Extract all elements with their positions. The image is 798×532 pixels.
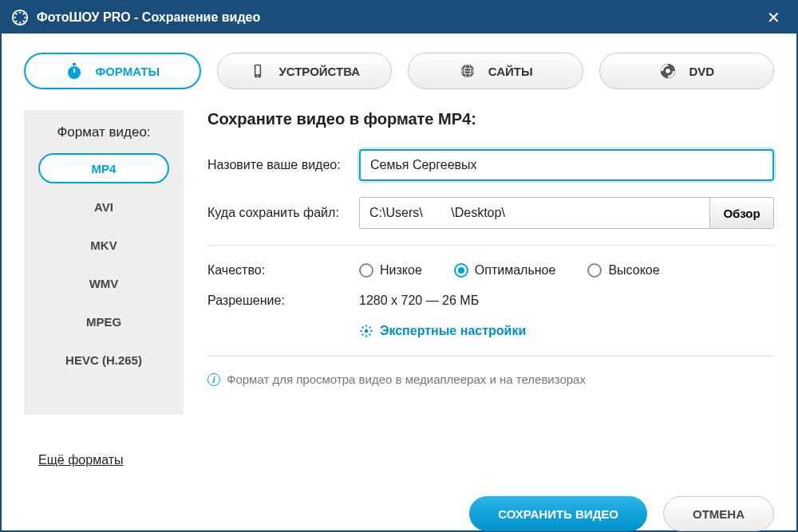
browse-button[interactable]: Обзор — [709, 198, 773, 228]
main-panel: Сохраните видео в формате MP4: Назовите … — [207, 110, 774, 479]
video-name-input[interactable] — [359, 149, 774, 181]
name-label: Назовите ваше видео: — [207, 158, 359, 172]
format-hevc[interactable]: HEVC (H.265) — [38, 345, 169, 375]
quality-optimal-radio[interactable]: Оптимальное — [454, 263, 556, 278]
quality-label: Качество: — [207, 263, 359, 278]
format-wmv[interactable]: WMV — [38, 268, 169, 298]
disc-icon — [658, 61, 678, 81]
svg-point-4 — [24, 17, 26, 18]
sidebar: Формат видео: MP4 AVI MKV WMV MPEG HEVC … — [24, 110, 184, 479]
sidebar-heading: Формат видео: — [38, 124, 169, 140]
radio-icon — [359, 263, 373, 278]
expert-settings-link[interactable]: Экспертные настройки — [359, 324, 774, 338]
tab-label: DVD — [689, 65, 714, 78]
info-icon: i — [207, 373, 220, 386]
hint-text: Формат для просмотра видео в медиаплеера… — [227, 372, 586, 386]
resolution-value: 1280 x 720 — 26 МБ — [359, 294, 479, 308]
window-title: ФотоШОУ PRO - Сохранение видео — [37, 10, 260, 25]
svg-point-5 — [15, 13, 17, 14]
svg-point-19 — [666, 69, 671, 73]
format-list-panel: Формат видео: MP4 AVI MKV WMV MPEG HEVC … — [24, 110, 184, 415]
tab-dvd[interactable]: DVD — [599, 53, 775, 89]
svg-rect-10 — [73, 63, 76, 65]
gear-icon — [359, 324, 373, 338]
tab-label: УСТРОЙСТВА — [279, 65, 360, 78]
footer: СОХРАНИТЬ ВИДЕО ОТМЕНА — [2, 479, 796, 532]
divider — [207, 245, 774, 246]
path-label: Куда сохранить файл: — [207, 206, 359, 220]
stopwatch-icon — [65, 61, 84, 81]
quality-low-radio[interactable]: Низкое — [359, 263, 422, 278]
svg-point-1 — [19, 11, 21, 13]
radio-icon — [587, 263, 602, 278]
format-mkv[interactable]: MKV — [38, 230, 169, 260]
dialog-window: ФотоШОУ PRO - Сохранение видео ✕ ФОРМАТЫ… — [0, 0, 798, 532]
hint-row: i Формат для просмотра видео в медиаплее… — [207, 356, 774, 386]
svg-point-20 — [365, 329, 369, 333]
phone-icon — [248, 61, 267, 81]
tab-devices[interactable]: УСТРОЙСТВА — [217, 53, 393, 89]
app-icon — [11, 9, 29, 26]
tab-formats[interactable]: ФОРМАТЫ — [24, 53, 201, 89]
format-mpeg[interactable]: MPEG — [38, 306, 169, 337]
category-tabs: ФОРМАТЫ УСТРОЙСТВА САЙТЫ DVD — [2, 33, 796, 104]
titlebar: ФотоШОУ PRO - Сохранение видео ✕ — [2, 2, 796, 33]
svg-point-8 — [22, 20, 24, 22]
svg-point-7 — [15, 20, 17, 22]
save-video-button[interactable]: СОХРАНИТЬ ВИДЕО — [469, 496, 647, 531]
svg-rect-12 — [256, 65, 260, 74]
save-path-input[interactable] — [360, 198, 709, 228]
main-heading: Сохраните видео в формате MP4: — [207, 110, 774, 128]
tab-sites[interactable]: САЙТЫ — [408, 53, 583, 89]
tab-label: ФОРМАТЫ — [95, 65, 160, 78]
close-icon[interactable]: ✕ — [760, 5, 787, 30]
tab-label: САЙТЫ — [488, 65, 533, 78]
svg-point-13 — [258, 76, 259, 77]
format-mp4[interactable]: MP4 — [38, 153, 169, 183]
svg-point-3 — [14, 17, 15, 18]
more-formats-link[interactable]: Ещё форматы — [24, 442, 184, 479]
svg-point-6 — [22, 13, 24, 14]
quality-high-radio[interactable]: Высокое — [587, 263, 659, 278]
globe-icon — [458, 61, 477, 81]
resolution-label: Разрешение: — [207, 294, 359, 308]
cancel-button[interactable]: ОТМЕНА — [663, 496, 774, 531]
radio-icon — [454, 263, 468, 278]
svg-point-2 — [19, 22, 21, 23]
format-avi[interactable]: AVI — [38, 191, 169, 222]
